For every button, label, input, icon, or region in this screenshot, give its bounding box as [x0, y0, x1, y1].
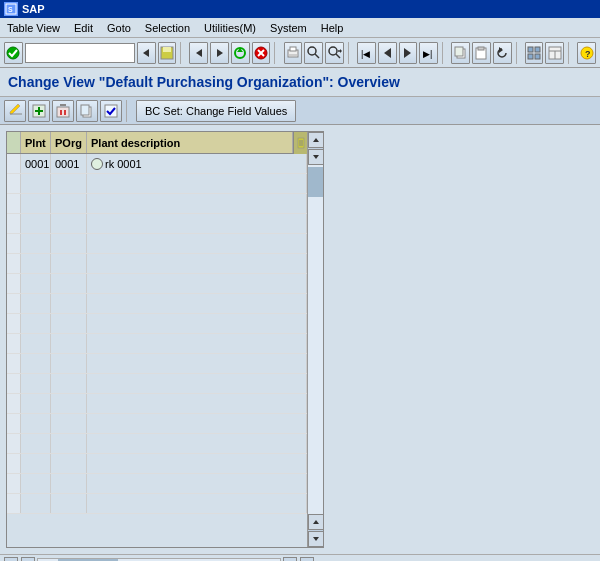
cell-desc-0: rk 0001 [87, 154, 307, 173]
row-selector-0[interactable] [7, 154, 21, 173]
edit-pencil-button[interactable] [4, 100, 26, 122]
app-icon: S [4, 2, 18, 16]
delete-button[interactable] [52, 100, 74, 122]
svg-marker-56 [313, 155, 319, 159]
find-next-button[interactable] [325, 42, 344, 64]
col-resize-handle[interactable] [293, 132, 307, 154]
svg-marker-25 [404, 48, 411, 58]
prev-page-button[interactable] [378, 42, 397, 64]
svg-marker-58 [313, 537, 319, 541]
col-header-plnt: Plnt [21, 132, 51, 153]
svg-marker-7 [196, 49, 202, 57]
table-row-empty-15 [7, 454, 307, 474]
table-row-empty-1 [7, 174, 307, 194]
svg-marker-55 [313, 138, 319, 142]
menu-goto[interactable]: Goto [104, 21, 134, 35]
table-row-empty-10 [7, 354, 307, 374]
layout-button[interactable] [545, 42, 564, 64]
paste-button[interactable] [472, 42, 491, 64]
save-icon-button[interactable] [158, 42, 177, 64]
table-row[interactable]: 0001 0001 rk 0001 [7, 154, 307, 174]
scroll-up-button[interactable] [308, 132, 324, 148]
nav-back-button[interactable] [189, 42, 208, 64]
svg-text:▶|: ▶| [423, 49, 432, 59]
svg-rect-50 [81, 105, 89, 115]
svg-rect-28 [455, 47, 463, 56]
hscroll-left2-button[interactable] [283, 557, 297, 562]
table-row-empty-17 [7, 494, 307, 514]
svg-rect-45 [57, 107, 69, 117]
main-toolbar: |◀ ▶| [0, 38, 600, 68]
table-row-empty-13 [7, 414, 307, 434]
table-row-empty-6 [7, 274, 307, 294]
last-page-button[interactable]: ▶| [419, 42, 438, 64]
confirm-button[interactable] [4, 42, 23, 64]
hscroll-left-button[interactable] [4, 557, 18, 562]
help-button[interactable]: ? [577, 42, 596, 64]
svg-rect-34 [528, 54, 533, 59]
svg-text:?: ? [585, 49, 591, 59]
nav-forward-button[interactable] [210, 42, 229, 64]
cell-porg-0: 0001 [51, 154, 87, 173]
toolbar-separator-5 [516, 42, 521, 64]
table-header: Plnt POrg Plant description [7, 132, 307, 154]
toolbar-separator-3 [348, 42, 353, 64]
scroll-up-large-button[interactable] [308, 514, 324, 530]
menu-utilities[interactable]: Utilities(M) [201, 21, 259, 35]
toolbar-separator-4 [442, 42, 447, 64]
svg-rect-35 [535, 54, 540, 59]
svg-rect-30 [478, 47, 484, 50]
table-row-empty-16 [7, 474, 307, 494]
bc-set-button[interactable]: BC Set: Change Field Values [136, 100, 296, 122]
cancel-button[interactable] [252, 42, 271, 64]
next-page-button[interactable] [399, 42, 418, 64]
table-row-empty-2 [7, 194, 307, 214]
horizontal-scrollbar [4, 557, 314, 562]
hscroll-right-button[interactable] [21, 557, 35, 562]
print-button[interactable] [284, 42, 303, 64]
svg-marker-8 [217, 49, 223, 57]
command-field[interactable] [25, 43, 135, 63]
svg-rect-52 [298, 138, 304, 148]
svg-marker-22 [340, 49, 342, 53]
menu-table-view[interactable]: Table View [4, 21, 63, 35]
menu-edit[interactable]: Edit [71, 21, 96, 35]
menu-bar: Table View Edit Goto Selection Utilities… [0, 18, 600, 38]
copy-row-button[interactable] [76, 100, 98, 122]
svg-rect-33 [535, 47, 540, 52]
copy-button[interactable] [451, 42, 470, 64]
col-header-desc: Plant description [87, 132, 293, 153]
table-row-empty-3 [7, 214, 307, 234]
svg-marker-3 [143, 49, 149, 57]
svg-line-18 [315, 54, 319, 58]
main-content: Plnt POrg Plant description [0, 125, 600, 554]
page-title: Change View "Default Purchasing Organiza… [0, 68, 600, 97]
undo-button[interactable] [493, 42, 512, 64]
hscroll-right2-button[interactable] [300, 557, 314, 562]
svg-rect-5 [163, 47, 171, 52]
svg-point-19 [329, 47, 337, 55]
history-back-button[interactable] [137, 42, 156, 64]
svg-rect-16 [289, 54, 297, 56]
create-button[interactable] [28, 100, 50, 122]
toolbar-separator-6 [568, 42, 573, 64]
select-button[interactable] [100, 100, 122, 122]
menu-selection[interactable]: Selection [142, 21, 193, 35]
menu-help[interactable]: Help [318, 21, 347, 35]
svg-marker-31 [499, 47, 503, 53]
svg-rect-6 [162, 53, 172, 58]
find-button[interactable] [304, 42, 323, 64]
first-page-button[interactable]: |◀ [357, 42, 376, 64]
settings-button[interactable] [525, 42, 544, 64]
menu-system[interactable]: System [267, 21, 310, 35]
scroll-thumb[interactable] [308, 167, 323, 197]
vertical-scrollbar [307, 132, 323, 547]
refresh-button[interactable] [231, 42, 250, 64]
svg-text:S: S [8, 6, 13, 13]
toolbar-separator-1 [180, 42, 185, 64]
title-bar: S SAP [0, 0, 600, 18]
toolbar-separator-2 [274, 42, 279, 64]
scroll-down-button[interactable] [308, 531, 324, 547]
secondary-toolbar: BC Set: Change Field Values [0, 97, 600, 125]
scroll-down-small-button[interactable] [308, 149, 324, 165]
